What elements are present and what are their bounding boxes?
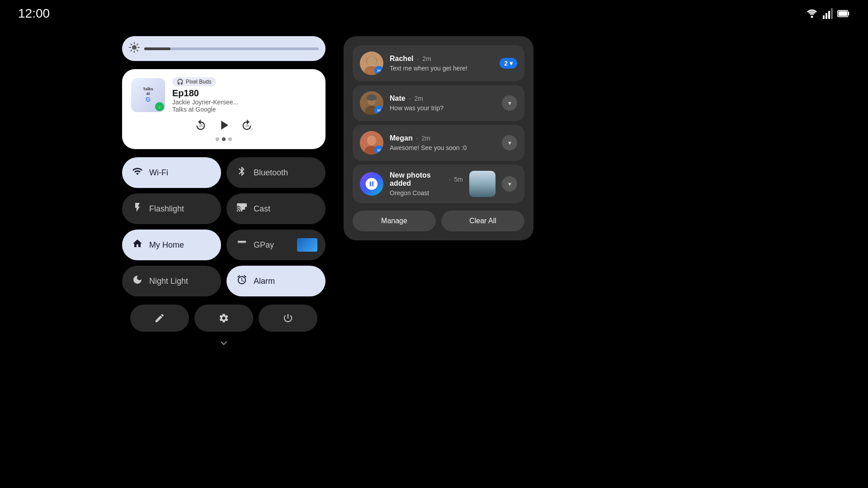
brightness-icon: [129, 42, 140, 56]
dot-1: [216, 137, 219, 141]
media-top: Talksat G ♪ 🎧 Pixel Buds Ep180 Jackie Jo…: [131, 77, 316, 113]
tile-cast[interactable]: Cast: [226, 193, 326, 224]
notif-header-megan: Megan · 2m: [390, 134, 495, 142]
flashlight-tile-label: Flashlight: [149, 204, 184, 214]
notif-content-megan: Megan · 2m Awesome! See you soon :0: [390, 134, 495, 151]
svg-point-28: [367, 136, 376, 145]
notif-subtitle-photos: Oregon Coast: [390, 189, 463, 197]
notif-time-photos: 5m: [454, 176, 463, 183]
avatar-nate: ✉: [360, 91, 383, 115]
notif-photos[interactable]: New photos added · 5m Oregon Coast ▾: [353, 164, 524, 203]
svg-rect-1: [823, 15, 825, 19]
notif-time-nate: 2m: [415, 95, 423, 102]
notif-content-photos: New photos added · 5m Oregon Coast: [390, 171, 463, 197]
cast-tile-icon: [236, 202, 247, 216]
photos-expand-button[interactable]: ▾: [502, 176, 517, 192]
svg-line-14: [137, 50, 138, 51]
settings-button[interactable]: [194, 305, 253, 332]
chevron-down[interactable]: [122, 339, 326, 351]
power-button[interactable]: [259, 305, 317, 332]
tile-bluetooth[interactable]: Bluetooth: [226, 157, 326, 188]
brightness-track[interactable]: [144, 47, 319, 50]
notif-name-megan: Megan: [390, 134, 413, 142]
notif-time-rachel: ·: [417, 55, 419, 62]
notif-dot-nate: ·: [409, 95, 411, 102]
notif-dot-photos: ·: [449, 176, 451, 183]
notif-message-rachel: Text me when you get here!: [390, 65, 493, 72]
svg-rect-2: [826, 13, 827, 19]
notif-message-megan: Awesome! See you soon :0: [390, 144, 495, 151]
status-icons: [806, 7, 850, 20]
notifications-panel: ✉ Rachel · 2m Text me when you get here!…: [344, 36, 533, 240]
play-button[interactable]: [216, 117, 231, 133]
flashlight-tile-icon: [132, 202, 143, 216]
svg-text:15: 15: [199, 124, 203, 127]
svg-rect-26: [367, 98, 377, 100]
quick-settings-panel: Talksat G ♪ 🎧 Pixel Buds Ep180 Jackie Jo…: [122, 36, 326, 351]
notif-time-megan: 2m: [422, 135, 430, 142]
message-badge-nate: ✉: [374, 106, 383, 115]
notif-content-rachel: Rachel · 2m Text me when you get here!: [390, 55, 493, 72]
bluetooth-tile-label: Bluetooth: [254, 168, 288, 178]
brightness-bar[interactable]: [122, 36, 326, 61]
cast-tile-label: Cast: [254, 204, 270, 214]
nate-expand-button[interactable]: ▾: [502, 95, 517, 111]
megan-expand-button[interactable]: ▾: [502, 135, 517, 150]
svg-point-20: [367, 56, 376, 66]
notif-content-nate: Nate · 2m How was your trip?: [390, 94, 495, 112]
bottom-icon-row: [122, 305, 326, 332]
tile-gpay[interactable]: GPay: [226, 230, 326, 260]
gpay-card: [297, 238, 317, 252]
notif-dot-megan: ·: [416, 135, 418, 142]
notif-rachel[interactable]: ✉ Rachel · 2m Text me when you get here!…: [353, 45, 524, 81]
notif-header-nate: Nate · 2m: [390, 94, 495, 103]
rachel-count-badge[interactable]: 2 ▾: [500, 58, 517, 69]
svg-point-0: [811, 16, 813, 18]
wifi-icon: [806, 7, 818, 20]
edit-button[interactable]: [130, 305, 189, 332]
media-info: 🎧 Pixel Buds Ep180 Jackie Joyner-Kersee.…: [172, 77, 316, 113]
wifi-tile-icon: [132, 166, 143, 179]
svg-rect-7: [839, 11, 847, 16]
notification-actions: Manage Clear All: [353, 211, 524, 231]
myhome-tile-icon: [132, 238, 143, 252]
svg-point-8: [132, 45, 137, 50]
notif-time-rachel-val: 2m: [422, 55, 431, 62]
tile-flashlight[interactable]: Flashlight: [122, 193, 221, 224]
tile-nightlight[interactable]: Night Light: [122, 266, 221, 296]
quick-tiles-grid: Wi-Fi Bluetooth Flashlight: [122, 157, 326, 296]
svg-rect-6: [848, 12, 849, 15]
tile-wifi[interactable]: Wi-Fi: [122, 157, 221, 188]
notif-header-photos: New photos added · 5m: [390, 171, 463, 188]
nightlight-tile-label: Night Light: [149, 277, 188, 286]
bluetooth-tile-icon: [236, 166, 247, 179]
nightlight-tile-icon: [132, 274, 143, 288]
photos-thumbnail: [469, 171, 495, 197]
media-device-label: Pixel Buds: [186, 79, 212, 85]
avatar-megan: ✉: [360, 131, 383, 155]
manage-button[interactable]: Manage: [353, 211, 436, 231]
svg-rect-3: [828, 11, 830, 19]
notif-message-nate: How was your trip?: [390, 104, 495, 112]
gpay-tile-icon: [236, 238, 247, 252]
svg-line-15: [131, 50, 132, 51]
battery-icon: [837, 7, 850, 20]
notif-megan[interactable]: ✉ Megan · 2m Awesome! See you soon :0 ▾: [353, 125, 524, 161]
media-controls: 15 15: [131, 117, 316, 133]
notif-name-nate: Nate: [390, 94, 406, 103]
media-show: Talks at Google: [172, 106, 316, 113]
tile-alarm[interactable]: Alarm: [226, 266, 326, 296]
forward-button[interactable]: 15: [241, 119, 253, 131]
status-bar: 12:00: [0, 0, 868, 27]
alarm-tile-label: Alarm: [254, 277, 275, 286]
dot-3: [228, 137, 232, 141]
tile-myhome[interactable]: My Home: [122, 230, 221, 260]
clear-all-button[interactable]: Clear All: [441, 211, 524, 231]
notif-nate[interactable]: ✉ Nate · 2m How was your trip? ▾: [353, 85, 524, 121]
svg-text:15: 15: [245, 124, 249, 127]
brightness-fill: [144, 47, 170, 50]
rewind-button[interactable]: 15: [194, 119, 207, 131]
media-device: 🎧 Pixel Buds: [172, 77, 216, 86]
wifi-tile-label: Wi-Fi: [149, 168, 168, 178]
gpay-tile-label: GPay: [254, 240, 274, 250]
